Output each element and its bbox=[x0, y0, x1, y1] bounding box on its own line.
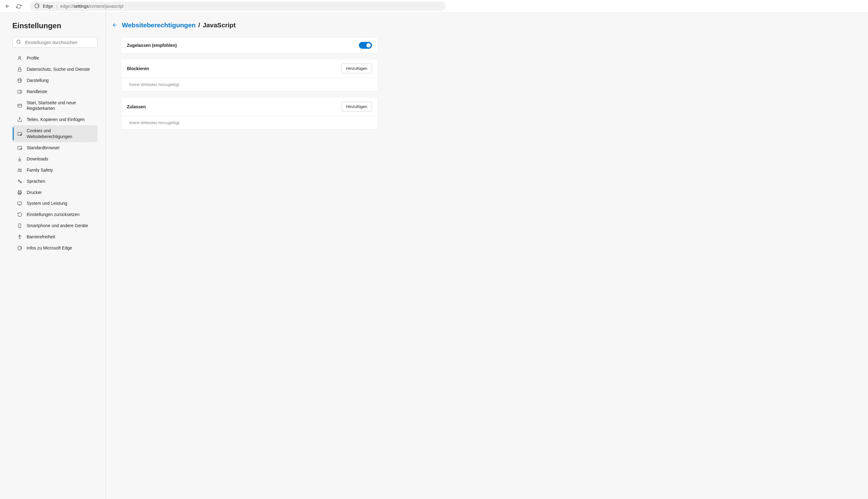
svg-point-16 bbox=[20, 148, 21, 149]
sidebar-nav: ProfileDatenschutz, Suche und DiensteDar… bbox=[12, 53, 97, 254]
sidebar-item-label: Family Safety bbox=[27, 167, 94, 173]
block-add-button[interactable]: Hinzufügen bbox=[342, 64, 372, 73]
phone-icon bbox=[17, 223, 22, 229]
allowed-title: Zugelassen (empfohlen) bbox=[127, 43, 177, 48]
svg-rect-22 bbox=[18, 202, 22, 205]
block-card: Blockieren Hinzufügen Keine Websites hin… bbox=[121, 59, 377, 91]
address-bar[interactable]: Edge | edge://settings/content/javascrip… bbox=[30, 2, 446, 11]
sidebar-item-5[interactable]: Teilen, Kopieren und Einfügen bbox=[12, 114, 97, 125]
sidebar-item-label: Infos zu Microsoft Edge bbox=[27, 245, 94, 251]
user-icon bbox=[17, 55, 22, 61]
sidebar-item-label: Darstellung bbox=[27, 77, 94, 84]
share-icon bbox=[17, 117, 22, 123]
svg-point-6 bbox=[18, 80, 19, 81]
block-title: Blockieren bbox=[127, 66, 149, 71]
sidebar-item-label: Standardbrowser bbox=[27, 145, 94, 151]
svg-point-7 bbox=[20, 80, 21, 80]
sidebar-icon bbox=[17, 89, 22, 94]
svg-point-17 bbox=[18, 169, 19, 170]
settings-sidebar: Einstellungen ProfileDatenschutz, Suche … bbox=[0, 13, 106, 499]
sidebar-item-8[interactable]: Downloads bbox=[12, 154, 97, 165]
sidebar-item-15[interactable]: Barrierefreiheit bbox=[12, 231, 97, 242]
sidebar-item-label: Drucker bbox=[27, 190, 94, 195]
svg-line-2 bbox=[20, 43, 21, 44]
download-icon bbox=[17, 156, 22, 162]
edge-icon bbox=[17, 245, 22, 251]
browser-toolbar: Edge | edge://settings/content/javascrip… bbox=[0, 0, 868, 13]
printer-icon bbox=[17, 190, 22, 195]
sidebar-item-10[interactable]: Sprachen bbox=[12, 176, 97, 187]
svg-point-5 bbox=[18, 78, 22, 83]
sidebar-item-label: Cookies und Websiteberechtigungen bbox=[27, 128, 94, 139]
back-button[interactable] bbox=[2, 1, 12, 11]
breadcrumb: Websiteberechtigungen / JavaScript bbox=[112, 21, 868, 29]
svg-rect-19 bbox=[18, 191, 21, 192]
svg-rect-4 bbox=[18, 69, 21, 71]
reload-button[interactable] bbox=[14, 1, 24, 11]
sidebar-item-label: Teilen, Kopieren und Einfügen bbox=[27, 117, 94, 123]
sidebar-item-16[interactable]: Infos zu Microsoft Edge bbox=[12, 243, 97, 254]
sidebar-item-7[interactable]: Standardbrowser bbox=[12, 143, 97, 153]
sidebar-item-9[interactable]: Family Safety bbox=[12, 165, 97, 175]
home-tab-icon bbox=[17, 103, 22, 108]
sidebar-item-4[interactable]: Start, Startseite und neue Registerkarte… bbox=[12, 97, 97, 114]
sidebar-item-0[interactable]: Profile bbox=[12, 53, 97, 64]
block-empty-text: Keine Websites hinzugefügt bbox=[121, 77, 377, 91]
address-app-label: Edge bbox=[43, 4, 53, 9]
allow-add-button[interactable]: Hinzufügen bbox=[342, 102, 372, 111]
accessibility-icon bbox=[17, 234, 22, 240]
allow-title: Zulassen bbox=[127, 104, 146, 109]
search-input[interactable] bbox=[12, 37, 97, 48]
main-content: Websiteberechtigungen / JavaScript Zugel… bbox=[106, 13, 868, 499]
sidebar-item-label: Randleiste bbox=[27, 89, 94, 95]
sidebar-search bbox=[12, 37, 97, 48]
sidebar-item-3[interactable]: Randleiste bbox=[12, 86, 97, 97]
sidebar-item-2[interactable]: Darstellung bbox=[12, 75, 97, 86]
paint-icon bbox=[17, 77, 22, 83]
allow-card: Zulassen Hinzufügen Keine Websites hinzu… bbox=[121, 97, 377, 130]
edge-logo-icon bbox=[34, 3, 40, 10]
sidebar-item-label: Barrierefreiheit bbox=[27, 234, 94, 240]
svg-point-3 bbox=[18, 57, 21, 58]
default-browser-icon bbox=[17, 145, 22, 150]
breadcrumb-current: JavaScript bbox=[202, 21, 235, 28]
svg-point-26 bbox=[19, 235, 20, 236]
sidebar-item-label: Profile bbox=[27, 55, 94, 61]
search-icon bbox=[16, 39, 21, 46]
sidebar-item-11[interactable]: Drucker bbox=[12, 187, 97, 198]
sidebar-item-label: System und Leistung bbox=[27, 200, 94, 206]
sidebar-item-14[interactable]: Smartphone und andere Geräte bbox=[12, 220, 97, 231]
cookies-icon bbox=[17, 131, 22, 136]
sidebar-title: Einstellungen bbox=[12, 21, 97, 30]
sidebar-item-label: Datenschutz, Suche und Dienste bbox=[27, 66, 94, 72]
svg-point-18 bbox=[20, 169, 21, 170]
sidebar-item-13[interactable]: Einstellungen zurücksetzen bbox=[12, 209, 97, 220]
sidebar-item-12[interactable]: System und Leistung bbox=[12, 198, 97, 209]
language-icon bbox=[17, 179, 22, 184]
reset-icon bbox=[17, 212, 22, 218]
sidebar-item-label: Downloads bbox=[27, 156, 94, 162]
sidebar-item-label: Start, Startseite und neue Registerkarte… bbox=[27, 100, 94, 112]
breadcrumb-link[interactable]: Websiteberechtigungen bbox=[122, 21, 196, 28]
svg-rect-9 bbox=[18, 90, 22, 93]
address-url: edge://settings/content/javascript bbox=[60, 4, 123, 9]
sidebar-item-6[interactable]: Cookies und Websiteberechtigungen bbox=[12, 125, 97, 142]
sidebar-item-label: Einstellungen zurücksetzen bbox=[27, 212, 94, 218]
svg-rect-11 bbox=[18, 104, 22, 107]
breadcrumb-separator: / bbox=[198, 21, 200, 28]
allow-empty-text: Keine Websites hinzugefügt bbox=[121, 116, 377, 130]
sidebar-item-label: Smartphone und andere Geräte bbox=[27, 223, 94, 229]
sidebar-item-1[interactable]: Datenschutz, Suche und Dienste bbox=[12, 64, 97, 75]
allowed-card: Zugelassen (empfohlen) bbox=[121, 38, 377, 53]
system-icon bbox=[17, 201, 22, 206]
allowed-toggle[interactable] bbox=[359, 42, 372, 49]
sidebar-item-label: Sprachen bbox=[27, 179, 94, 184]
lock-icon bbox=[17, 66, 22, 72]
breadcrumb-back-button[interactable] bbox=[112, 22, 117, 28]
svg-point-1 bbox=[17, 40, 20, 44]
svg-point-8 bbox=[20, 81, 21, 81]
address-separator: | bbox=[56, 4, 58, 9]
family-icon bbox=[17, 167, 22, 173]
